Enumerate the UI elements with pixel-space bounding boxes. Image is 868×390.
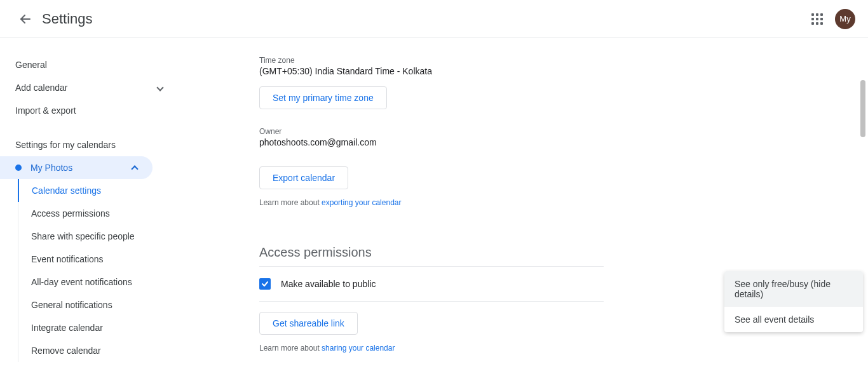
make-public-checkbox[interactable] [259, 278, 271, 290]
scrollbar-thumb[interactable] [860, 80, 865, 137]
subnav-all-day-notifications[interactable]: All-day event notifications [18, 271, 178, 293]
app-header: Settings My [0, 0, 868, 38]
learn-share-prefix: Learn more about [259, 344, 322, 353]
get-shareable-link-button[interactable]: Get shareable link [259, 312, 358, 335]
sidebar: General Add calendar Import & export Set… [0, 38, 178, 390]
sidebar-calendar-my-photos[interactable]: My Photos [0, 156, 153, 179]
sidebar-item-add-calendar[interactable]: Add calendar [0, 76, 178, 99]
timezone-label: Time zone [259, 56, 604, 65]
google-apps-button[interactable] [804, 6, 830, 32]
arrow-left-icon [18, 11, 33, 27]
spacer [259, 147, 604, 160]
page-title: Settings [42, 11, 93, 27]
sidebar-item-general[interactable]: General [0, 53, 178, 76]
dropdown-option-freebusy[interactable]: See only free/busy (hide details) [724, 271, 863, 307]
timezone-value: (GMT+05:30) India Standard Time - Kolkat… [259, 66, 604, 76]
calendar-name-label: My Photos [31, 163, 72, 173]
check-icon [261, 279, 269, 288]
chevron-up-icon [131, 165, 138, 172]
subnav-event-notifications[interactable]: Event notifications [18, 248, 178, 271]
subnav-general-notifications[interactable]: General notifications [18, 293, 178, 316]
subnav-remove-calendar[interactable]: Remove calendar [18, 339, 178, 362]
account-avatar[interactable]: My [835, 9, 855, 29]
owner-label: Owner [259, 127, 604, 136]
sidebar-item-label: Import & export [15, 105, 76, 116]
content-scroll-area[interactable]: Time zone (GMT+05:30) India Standard Tim… [178, 38, 868, 390]
learn-share-text: Learn more about sharing your calendar [259, 344, 604, 353]
calendar-color-dot [15, 165, 22, 171]
back-button[interactable] [13, 6, 38, 32]
sidebar-subnav: Calendar settings Access permissions Sha… [18, 179, 178, 362]
sidebar-item-import-export[interactable]: Import & export [0, 99, 178, 122]
sidebar-item-label: General [15, 60, 47, 70]
learn-share-link[interactable]: sharing your calendar [322, 344, 395, 353]
subnav-access-permissions[interactable]: Access permissions [18, 202, 178, 225]
content-section: Time zone (GMT+05:30) India Standard Tim… [178, 56, 604, 390]
visibility-dropdown-menu: See only free/busy (hide details) See al… [724, 271, 863, 332]
learn-export-link[interactable]: exporting your calendar [322, 198, 401, 207]
subnav-calendar-settings[interactable]: Calendar settings [18, 179, 178, 202]
make-public-label: Make available to public [281, 279, 376, 289]
subnav-integrate-calendar[interactable]: Integrate calendar [18, 316, 178, 339]
sidebar-section-header: Settings for my calendars [0, 133, 178, 156]
set-primary-timezone-button[interactable]: Set my primary time zone [259, 86, 387, 109]
access-permissions-title: Access permissions [259, 245, 604, 260]
chevron-down-icon [156, 84, 163, 91]
subnav-share-specific[interactable]: Share with specific people [18, 225, 178, 248]
apps-grid-icon [811, 13, 823, 25]
learn-export-text: Learn more about exporting your calendar [259, 198, 604, 207]
owner-value: photoshoots.com@gmail.com [259, 137, 604, 147]
public-visibility-row: Make available to public [259, 267, 604, 302]
export-calendar-button[interactable]: Export calendar [259, 166, 348, 189]
learn-export-prefix: Learn more about [259, 198, 322, 207]
sidebar-spacer [0, 122, 178, 133]
dropdown-option-all-details[interactable]: See all event details [724, 307, 863, 332]
sidebar-item-label: Add calendar [15, 83, 68, 93]
main-layout: General Add calendar Import & export Set… [0, 38, 868, 390]
